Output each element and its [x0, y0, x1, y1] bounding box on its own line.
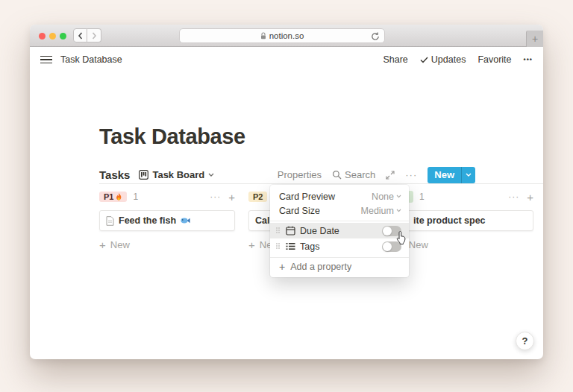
column-header-actions: ··· + [508, 191, 533, 203]
close-window-button[interactable] [39, 33, 46, 39]
view-name: Task Board [152, 169, 204, 180]
board-column-3: 1 ··· + ite product spec + New [398, 190, 533, 251]
column-header: 1 ··· + [398, 190, 533, 203]
back-button[interactable] [73, 28, 87, 42]
forward-button[interactable] [87, 28, 101, 42]
card-preview-label: Card Preview [279, 192, 335, 202]
tags-label: Tags [300, 241, 319, 252]
toolbar-divider [99, 183, 543, 184]
new-button[interactable]: New [428, 167, 475, 183]
help-label: ? [522, 335, 528, 347]
card-preview-select[interactable]: None [372, 192, 401, 202]
board-column-p1: P1 1 ··· + Feed the fish + New [99, 190, 235, 251]
card-size-label: Card Size [279, 206, 320, 216]
browser-titlebar: notion.so + [30, 25, 543, 47]
toggle-knob [383, 242, 392, 251]
help-button[interactable]: ? [516, 332, 534, 350]
chevron-down-icon [208, 173, 214, 177]
menu-divider [270, 257, 409, 258]
due-date-label: Due Date [300, 226, 339, 236]
chevron-down-icon [396, 195, 401, 198]
column-badge-p1[interactable]: P1 [99, 192, 127, 202]
card-size-select[interactable]: Medium [361, 206, 401, 216]
zoom-window-button[interactable] [60, 33, 66, 39]
drag-handle-icon[interactable] [276, 227, 281, 234]
page-title: Task Database [99, 124, 245, 149]
badge-label: P2 [253, 192, 263, 201]
menu-divider [270, 221, 409, 221]
url-text: notion.so [269, 31, 304, 40]
share-button[interactable]: Share [383, 54, 407, 65]
column-count: 1 [133, 192, 138, 202]
search-label: Search [345, 169, 375, 180]
collection-title: Tasks [99, 168, 130, 181]
add-property-label: Add a property [290, 262, 351, 272]
search-button[interactable]: Search [332, 169, 375, 180]
favorite-button[interactable]: Favorite [478, 54, 511, 65]
due-date-property-row[interactable]: Due Date [270, 223, 409, 238]
list-tags-icon [286, 242, 295, 250]
properties-button[interactable]: Properties [278, 169, 322, 180]
calendar-icon [286, 226, 295, 235]
chevron-right-icon [91, 32, 97, 39]
task-card[interactable]: ite product spec [398, 210, 533, 231]
nav-button-group [73, 28, 101, 42]
add-card-button[interactable]: + New [99, 238, 235, 251]
column-header-actions: ··· + [210, 191, 235, 203]
expand-icon[interactable] [386, 171, 395, 180]
add-property-button[interactable]: + Add a property [270, 259, 409, 274]
card-size-value: Medium [361, 206, 394, 216]
hand-cursor-icon [395, 231, 407, 244]
fire-emoji-icon [116, 193, 122, 201]
properties-menu: Card Preview None Card Size Medium [270, 185, 409, 277]
card-preview-row[interactable]: Card Preview None [270, 189, 409, 203]
chevron-down-icon [466, 173, 472, 177]
search-icon [332, 170, 342, 180]
column-header: P1 1 ··· + [99, 190, 235, 203]
app-header-actions: Share Updates Favorite ••• [383, 54, 533, 65]
column-more-icon[interactable]: ··· [210, 192, 221, 202]
browser-window: notion.so + Task Database Share Updates … [30, 25, 543, 359]
column-add-icon[interactable]: + [527, 191, 533, 203]
card-title: Feed the fish [119, 215, 176, 226]
desktop-background: notion.so + Task Database Share Updates … [0, 0, 573, 392]
plus-icon: + [279, 261, 285, 273]
column-add-icon[interactable]: + [228, 191, 235, 203]
board-more-options-icon[interactable]: ··· [405, 169, 417, 180]
plus-icon: + [248, 238, 255, 251]
hamburger-menu-icon[interactable] [40, 56, 52, 64]
add-card-label: New [110, 239, 130, 250]
view-switcher[interactable]: Task Board [139, 169, 214, 180]
badge-label: P1 [104, 192, 113, 201]
new-button-dropdown[interactable] [461, 167, 475, 183]
check-icon [420, 57, 428, 63]
card-title: ite product spec [413, 215, 486, 226]
column-more-icon[interactable]: ··· [508, 192, 519, 202]
new-button-label: New [428, 167, 461, 183]
plus-icon: + [99, 238, 106, 251]
card-size-row[interactable]: Card Size Medium [270, 203, 409, 218]
add-card-label: New [409, 239, 428, 250]
page-icon [106, 216, 114, 226]
updates-button[interactable]: Updates [420, 54, 466, 65]
app-header: Task Database Share Updates Favorite ••• [30, 47, 543, 72]
drag-handle-icon[interactable] [276, 243, 281, 250]
task-card[interactable]: Feed the fish [99, 210, 235, 231]
minimize-window-button[interactable] [49, 33, 56, 39]
new-tab-button[interactable]: + [526, 31, 543, 47]
breadcrumb-page-title[interactable]: Task Database [60, 54, 122, 65]
fish-emoji-icon [181, 217, 190, 224]
lock-icon [260, 32, 266, 39]
chevron-down-icon [396, 209, 401, 212]
address-bar[interactable]: notion.so [179, 28, 385, 43]
updates-label: Updates [431, 54, 466, 65]
refresh-icon[interactable] [371, 32, 380, 41]
board-toolbar: Tasks Task Board Properties Search ··· N… [99, 166, 475, 183]
tags-property-row[interactable]: Tags [270, 238, 409, 254]
column-badge-p2[interactable]: P2 [248, 192, 267, 202]
board-toolbar-actions: Properties Search ··· New [278, 167, 475, 183]
board-view-icon [139, 170, 148, 180]
add-card-button[interactable]: + New [398, 238, 533, 251]
toggle-knob [383, 227, 392, 235]
more-options-icon[interactable]: ••• [524, 56, 533, 63]
